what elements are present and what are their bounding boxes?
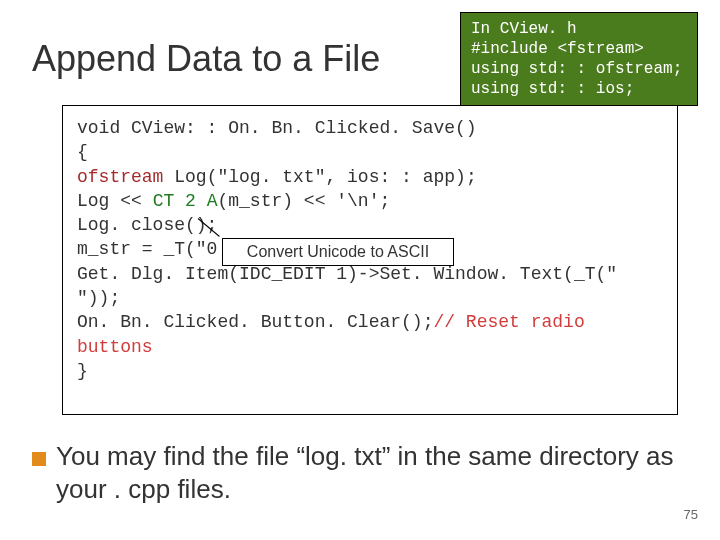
code-text: On. Bn. Clicked. Button. Clear(); <box>77 312 433 332</box>
code-line: On. Bn. Clicked. Button. Clear();// Rese… <box>77 310 663 359</box>
bullet-icon <box>32 452 46 466</box>
code-text: Log << <box>77 191 153 211</box>
callout-line: In CView. h <box>471 19 687 39</box>
code-text: (m_str) << '\n'; <box>217 191 390 211</box>
code-line: { <box>77 140 663 164</box>
macro: CT 2 A <box>153 191 218 211</box>
page-number: 75 <box>684 507 698 522</box>
header-callout: In CView. h #include <fstream> using std… <box>460 12 698 106</box>
callout-line: #include <fstream> <box>471 39 687 59</box>
code-line: Get. Dlg. Item(IDC_EDIT 1)->Set. Window.… <box>77 262 663 311</box>
code-text: ("log. txt", ios: : app); <box>207 167 477 187</box>
code-line: ofstream Log("log. txt", ios: : app); <box>77 165 663 189</box>
code-line: void CView: : On. Bn. Clicked. Save() <box>77 116 663 140</box>
code-line: } <box>77 359 663 383</box>
body-text: You may find the file “log. txt” in the … <box>56 440 676 505</box>
code-text: void CView: : On. Bn. Clicked. Save() <box>77 118 477 138</box>
code-line: Log << CT 2 A(m_str) << '\n'; <box>77 189 663 213</box>
callout-line: using std: : ios; <box>471 79 687 99</box>
annotation-callout: Convert Unicode to ASCII <box>222 238 454 266</box>
slide-title: Append Data to a File <box>32 38 380 80</box>
keyword: ofstream <box>77 167 163 187</box>
code-text: Log <box>163 167 206 187</box>
code-line: Log. close(); <box>77 213 663 237</box>
callout-line: using std: : ofstream; <box>471 59 687 79</box>
